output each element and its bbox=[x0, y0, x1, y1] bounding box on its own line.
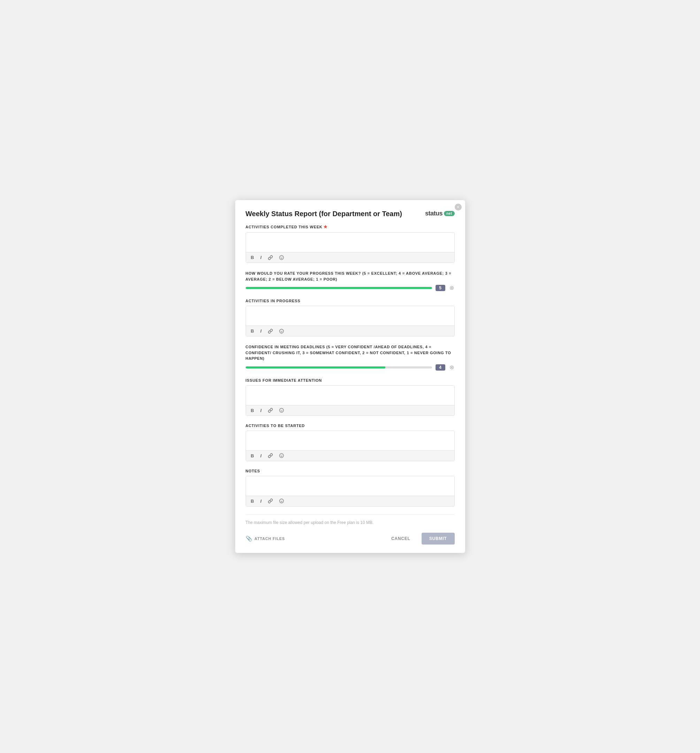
modal-actions: 📎 ATTACH FILES CANCEL SUBMIT bbox=[246, 530, 455, 545]
attach-files-button[interactable]: 📎 ATTACH FILES bbox=[246, 536, 285, 542]
svg-point-12 bbox=[279, 499, 284, 503]
emoji-button-5[interactable] bbox=[278, 498, 285, 504]
activities-completed-toolbar: B I bbox=[246, 252, 454, 262]
link-button-5[interactable] bbox=[267, 498, 274, 504]
close-button[interactable]: × bbox=[455, 203, 461, 211]
activities-in-progress-input[interactable] bbox=[246, 306, 454, 324]
confidence-question: CONFIDENCE IN MEETING DEADLINES (5 = VER… bbox=[246, 344, 455, 361]
notes-editor: B I bbox=[246, 476, 455, 506]
link-button-4[interactable] bbox=[267, 453, 274, 459]
activities-in-progress-section: ACTIVITIES IN PROGRESS B I bbox=[246, 299, 455, 336]
notes-label: NOTES bbox=[246, 469, 455, 473]
activities-completed-input[interactable] bbox=[246, 233, 454, 251]
activities-completed-editor: B I bbox=[246, 232, 455, 263]
issues-attention-editor: B I bbox=[246, 385, 455, 416]
bold-button-3[interactable]: B bbox=[249, 407, 256, 414]
svg-point-9 bbox=[279, 453, 284, 458]
cancel-button[interactable]: CANCEL bbox=[386, 533, 416, 545]
emoji-button-4[interactable] bbox=[278, 453, 285, 459]
progress-rating-section: HOW WOULD YOU RATE YOUR PROGRESS THIS WE… bbox=[246, 270, 455, 291]
attach-files-label: ATTACH FILES bbox=[254, 536, 285, 541]
svg-point-3 bbox=[279, 329, 284, 333]
svg-point-0 bbox=[279, 256, 284, 260]
italic-button-3[interactable]: I bbox=[259, 407, 263, 414]
link-button-3[interactable] bbox=[267, 407, 274, 414]
italic-button-2[interactable]: I bbox=[259, 328, 263, 334]
file-size-note: The maximum file size allowed per upload… bbox=[246, 520, 455, 525]
emoji-button-3[interactable] bbox=[278, 407, 285, 414]
confidence-slider-clear[interactable]: ⊗ bbox=[449, 365, 455, 370]
bold-button-1[interactable]: B bbox=[249, 254, 256, 261]
confidence-slider-track bbox=[246, 366, 432, 369]
issues-attention-toolbar: B I bbox=[246, 405, 454, 416]
activities-to-start-label: ACTIVITIES TO BE STARTED bbox=[246, 423, 455, 428]
activities-to-start-input[interactable] bbox=[246, 431, 454, 449]
brand-logo: status net bbox=[425, 210, 455, 217]
italic-button-5[interactable]: I bbox=[259, 498, 263, 505]
notes-toolbar: B I bbox=[246, 496, 454, 506]
confidence-slider-value: 4 bbox=[435, 364, 445, 370]
activities-in-progress-label: ACTIVITIES IN PROGRESS bbox=[246, 299, 455, 303]
issues-attention-label: ISSUES FOR IMMEDIATE ATTENTION bbox=[246, 378, 455, 383]
svg-point-6 bbox=[279, 408, 284, 412]
emoji-button-1[interactable] bbox=[278, 255, 285, 261]
progress-question: HOW WOULD YOU RATE YOUR PROGRESS THIS WE… bbox=[246, 270, 455, 282]
progress-slider-value: 5 bbox=[435, 285, 445, 291]
emoji-button-2[interactable] bbox=[278, 328, 285, 334]
italic-button-4[interactable]: I bbox=[259, 453, 263, 459]
weekly-status-report-modal: × Weekly Status Report (for Department o… bbox=[235, 200, 465, 553]
activities-in-progress-toolbar: B I bbox=[246, 326, 454, 336]
confidence-rating-section: CONFIDENCE IN MEETING DEADLINES (5 = VER… bbox=[246, 344, 455, 370]
link-button-2[interactable] bbox=[267, 328, 274, 334]
confidence-slider-row: 4 ⊗ bbox=[246, 364, 455, 370]
activities-in-progress-editor: B I bbox=[246, 306, 455, 336]
brand-name: status bbox=[425, 210, 443, 217]
progress-slider-row: 5 ⊗ bbox=[246, 285, 455, 291]
bold-button-2[interactable]: B bbox=[249, 328, 256, 334]
activities-completed-label: ACTIVITIES COMPLETED THIS WEEK ★ bbox=[246, 224, 455, 230]
notes-section: NOTES B I bbox=[246, 469, 455, 506]
bold-button-4[interactable]: B bbox=[249, 453, 256, 459]
submit-button[interactable]: SUBMIT bbox=[422, 533, 455, 545]
bold-button-5[interactable]: B bbox=[249, 498, 256, 505]
activities-completed-section: ACTIVITIES COMPLETED THIS WEEK ★ B I bbox=[246, 224, 455, 263]
modal-title: Weekly Status Report (for Department or … bbox=[246, 210, 402, 218]
italic-button-1[interactable]: I bbox=[259, 254, 263, 261]
issues-attention-input[interactable] bbox=[246, 386, 454, 404]
activities-to-start-toolbar: B I bbox=[246, 450, 454, 461]
attach-icon: 📎 bbox=[246, 536, 253, 542]
form-action-buttons: CANCEL SUBMIT bbox=[386, 533, 455, 545]
modal-header: Weekly Status Report (for Department or … bbox=[246, 210, 455, 218]
activities-to-start-editor: B I bbox=[246, 431, 455, 461]
link-button-1[interactable] bbox=[267, 255, 274, 261]
progress-slider-track bbox=[246, 287, 432, 289]
issues-attention-section: ISSUES FOR IMMEDIATE ATTENTION B I bbox=[246, 378, 455, 416]
activities-to-start-section: ACTIVITIES TO BE STARTED B I bbox=[246, 423, 455, 461]
progress-slider-fill bbox=[246, 287, 432, 289]
brand-badge: net bbox=[444, 211, 455, 216]
notes-input[interactable] bbox=[246, 476, 454, 494]
confidence-slider-fill bbox=[246, 366, 385, 369]
required-indicator: ★ bbox=[323, 224, 328, 230]
progress-slider-clear[interactable]: ⊗ bbox=[449, 285, 455, 291]
